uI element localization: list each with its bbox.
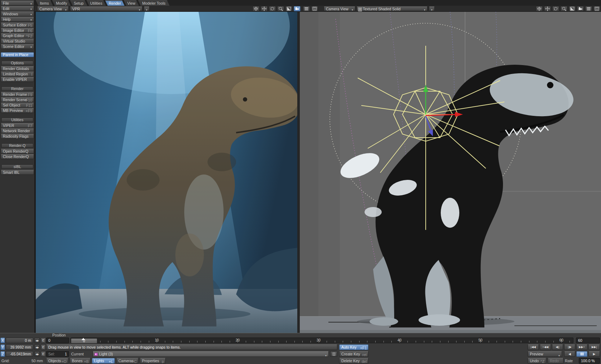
x-position-field[interactable]: 0 m bbox=[6, 338, 33, 343]
y-stepper[interactable]: ◀▶ bbox=[34, 344, 40, 350]
redo-button[interactable]: Redo bbox=[548, 358, 563, 364]
right-move-view-button[interactable] bbox=[544, 6, 551, 11]
left-viewport-options-dropdown[interactable]: ▼ bbox=[144, 6, 150, 11]
next-key-button[interactable]: ▶▶+ bbox=[576, 344, 587, 350]
right-viewport-options-dropdown[interactable]: ▼ bbox=[429, 6, 435, 11]
sidebar-item-viper[interactable]: VIPERF7 bbox=[1, 123, 34, 128]
rate-field[interactable]: 100.0 % bbox=[579, 358, 600, 364]
left-center-item-button[interactable] bbox=[253, 6, 259, 11]
prev-key-button[interactable]: +◀◀ bbox=[540, 344, 551, 350]
sidebar-item-render-scene[interactable]: Render SceneF10 bbox=[1, 97, 34, 102]
tab-setup[interactable]: Setup bbox=[70, 0, 87, 6]
auto-key-button[interactable]: Auto Key+F1 bbox=[339, 344, 368, 350]
right-viewport-menu-button[interactable] bbox=[585, 6, 592, 11]
grid-value: 50 mm bbox=[20, 358, 43, 364]
left-move-view-button[interactable] bbox=[261, 6, 268, 11]
sidebar-item-open-renderq[interactable]: Open RenderQ bbox=[1, 149, 34, 154]
properties-button[interactable]: Propertiesp bbox=[140, 358, 166, 364]
delete-key-button[interactable]: Delete Keydel bbox=[339, 358, 368, 364]
timeline-tick-label: 60 bbox=[557, 338, 565, 342]
left-render-mode-dropdown[interactable]: VPR▼ bbox=[70, 6, 142, 11]
left-view-mode-dropdown[interactable]: Camera View▼ bbox=[37, 6, 69, 11]
right-rotate-view-button[interactable] bbox=[552, 6, 559, 11]
x-envelope-button[interactable]: E bbox=[41, 338, 46, 343]
sidebar-item-render-frame[interactable]: Render FrameF9 bbox=[1, 92, 34, 97]
timeline-tick-label: 30 bbox=[315, 338, 323, 342]
lights-mode-button[interactable]: Lights+L bbox=[92, 358, 115, 364]
left-viewport-vpr[interactable] bbox=[36, 12, 297, 333]
current-item-dropdown[interactable]: Light (3)▼ bbox=[93, 351, 329, 357]
objects-mode-button[interactable]: Objects+O bbox=[46, 358, 68, 364]
right-render-mode-dropdown[interactable]: TTextured Shaded Solid▼ bbox=[357, 6, 427, 11]
z-stepper[interactable]: ◀▶ bbox=[34, 351, 40, 357]
tab-modeler-tools[interactable]: Modeler Tools bbox=[138, 0, 170, 6]
right-center-item-button[interactable] bbox=[536, 6, 543, 11]
tab-items[interactable]: Items bbox=[36, 0, 53, 6]
y-envelope-button[interactable]: E bbox=[41, 344, 46, 350]
sidebar-item-mb-preview[interactable]: MB Preview+F9 bbox=[1, 108, 34, 113]
left-rotate-view-button[interactable] bbox=[269, 6, 276, 11]
sidebar-item-sel-object[interactable]: Sel ObjectF11 bbox=[1, 103, 34, 108]
selection-count-field[interactable]: Sel:1 bbox=[46, 351, 69, 357]
sidebar-item-render-globals[interactable]: Render Globals bbox=[1, 66, 34, 71]
sidebar-item-parent-in-place[interactable]: Parent in Place bbox=[1, 52, 34, 57]
tab-utilities[interactable]: Utilities bbox=[87, 0, 106, 6]
right-camera-view-button[interactable] bbox=[577, 6, 584, 11]
step-forward-button[interactable]: ||▶ bbox=[564, 344, 575, 350]
last-frame-field[interactable]: 60 bbox=[576, 338, 600, 343]
menu-edit[interactable]: Edit▼ bbox=[1, 6, 34, 11]
sidebar-item-network-render[interactable]: Network Render bbox=[1, 128, 34, 133]
play-forward-button[interactable]: ▶ bbox=[588, 351, 600, 357]
play-reverse-button[interactable]: ◀ bbox=[564, 351, 575, 357]
step-back-button[interactable]: ◀|| bbox=[552, 344, 563, 350]
tab-render[interactable]: Render bbox=[105, 0, 124, 6]
bones-mode-button[interactable]: Bones+B bbox=[70, 358, 91, 364]
sidebar-item-close-renderq[interactable]: Close RenderQ bbox=[1, 154, 34, 159]
sidebar-item-image-editor[interactable]: Image EditorF6 bbox=[1, 28, 34, 33]
sidebar-item-enable-viper[interactable]: Enable VIPER bbox=[1, 77, 34, 82]
sidebar-item-scene-editor[interactable]: Scene Editor▼ bbox=[1, 44, 34, 49]
left-viewport-menu-button[interactable] bbox=[303, 6, 310, 11]
menu-windows[interactable]: Windows▼ bbox=[1, 11, 34, 16]
undo-button[interactable]: Undo^Z bbox=[528, 358, 546, 364]
sidebar-item-surface-editor[interactable]: Surface EditorF5 bbox=[1, 23, 34, 28]
create-key-button[interactable]: Create Keyret bbox=[339, 351, 368, 357]
y-axis-badge[interactable]: Y bbox=[0, 344, 5, 350]
sidebar-item-virtual-studio[interactable]: Virtual Studio bbox=[1, 39, 34, 44]
left-zoom-view-button[interactable] bbox=[277, 6, 284, 11]
sidebar-item-graph-editor[interactable]: Graph Editor^F2 bbox=[1, 33, 34, 38]
z-envelope-button[interactable]: E bbox=[41, 351, 46, 357]
z-position-field[interactable]: -65.0419mm bbox=[6, 351, 33, 357]
left-camera-view-button[interactable] bbox=[294, 6, 300, 11]
preview-dropdown[interactable]: Preview▼ bbox=[528, 351, 562, 357]
cameras-mode-button[interactable]: Cameras+C bbox=[116, 358, 138, 364]
sidebar-item-limited-region[interactable]: Limited Regionl bbox=[1, 72, 34, 77]
right-viewport-shaded[interactable] bbox=[300, 12, 601, 333]
right-zoom-view-button[interactable] bbox=[561, 6, 567, 11]
menu-help[interactable]: Help▼ bbox=[1, 17, 34, 22]
right-pane-layout-button[interactable] bbox=[593, 6, 600, 11]
z-axis-badge[interactable]: Z bbox=[0, 351, 5, 357]
right-view-mode-dropdown[interactable]: Camera View▼ bbox=[324, 6, 355, 11]
menu-lines-icon bbox=[586, 6, 591, 11]
go-start-button[interactable]: |◀◀ bbox=[528, 344, 539, 350]
sidebar-item-smart-ibl[interactable]: Smart IBL bbox=[1, 170, 34, 175]
go-end-button[interactable]: ▶▶| bbox=[588, 344, 600, 350]
left-fit-view-button[interactable] bbox=[285, 6, 292, 11]
y-position-field[interactable]: 39.9992 mm bbox=[6, 344, 33, 350]
tab-modify[interactable]: Modify bbox=[52, 0, 71, 6]
x-stepper[interactable]: ◀▶ bbox=[34, 338, 40, 343]
viewport-splitter[interactable] bbox=[297, 12, 300, 333]
sidebar-item-radiosity-flags[interactable]: Radiosity Flags bbox=[1, 134, 34, 139]
current-frame-field[interactable]: 0 bbox=[46, 338, 69, 343]
texture-mode-icon: T bbox=[358, 8, 362, 11]
pause-button[interactable] bbox=[576, 351, 587, 357]
menu-file[interactable]: File▼ bbox=[1, 1, 34, 6]
light-item-icon bbox=[94, 353, 98, 356]
item-list-button[interactable] bbox=[330, 351, 337, 357]
x-axis-badge[interactable]: X bbox=[0, 338, 5, 343]
tab-view[interactable]: View bbox=[124, 0, 139, 6]
right-fit-view-button[interactable] bbox=[569, 6, 576, 11]
timeline-ruler[interactable]: 0 102030405060 bbox=[70, 338, 573, 343]
left-pane-layout-button[interactable] bbox=[311, 6, 318, 11]
